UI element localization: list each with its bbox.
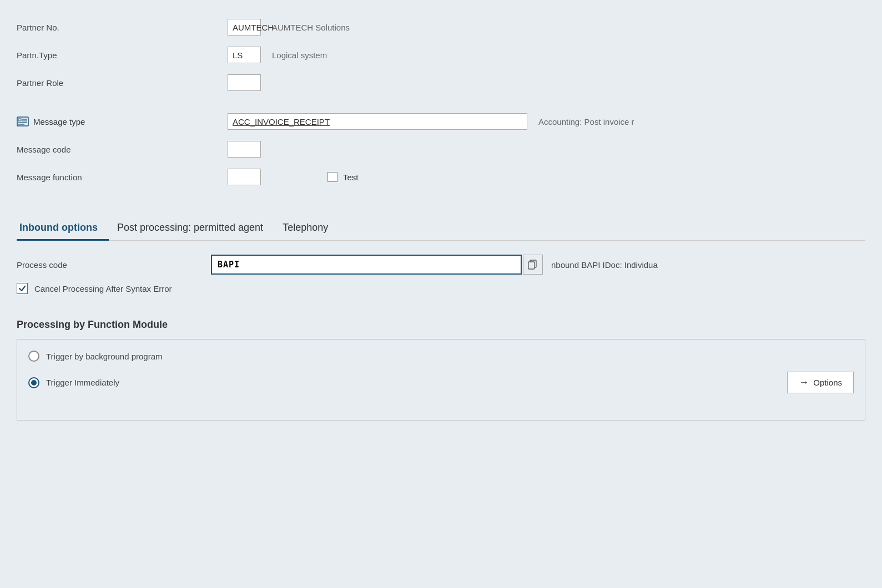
message-type-desc: Accounting: Post invoice r	[538, 117, 634, 126]
test-label: Test	[343, 173, 359, 182]
process-code-row: Process code nbound BAPI IDoc: Individua	[17, 255, 865, 275]
copy-icon-button[interactable]	[523, 255, 543, 275]
message-function-label: Message function	[17, 173, 228, 182]
tabs-section: Inbound options Post processing: permitt…	[0, 216, 882, 432]
message-type-row: Message type ACC_INVOICE_RECEIPT Account…	[17, 111, 865, 132]
function-module-section: Processing by Function Module Trigger by…	[17, 319, 865, 420]
message-function-row: Message function Test	[17, 166, 865, 187]
partner-role-row: Partner Role	[17, 72, 865, 93]
tab-telephony[interactable]: Telephony	[280, 216, 339, 240]
message-type-value[interactable]: ACC_INVOICE_RECEIPT	[228, 113, 527, 130]
form-section: Partner No. AUMTECH AUMTECH Solutions Pa…	[0, 11, 882, 205]
function-module-heading: Processing by Function Module	[17, 319, 865, 331]
message-type-label-wrapper: Message type	[17, 115, 228, 128]
message-type-icon	[17, 115, 29, 128]
partner-no-value[interactable]: AUMTECH	[228, 19, 261, 36]
process-code-label: Process code	[17, 260, 211, 270]
partner-role-value[interactable]	[228, 74, 261, 91]
process-code-desc: nbound BAPI IDoc: Individua	[551, 260, 658, 270]
radio-trigger-immediately-label: Trigger Immediately	[46, 378, 119, 387]
message-type-label-text: Message type	[33, 117, 85, 126]
copy-icon	[528, 260, 538, 270]
tab-inbound-options[interactable]: Inbound options	[17, 216, 109, 240]
options-button[interactable]: → Options	[787, 372, 854, 393]
svg-rect-1	[18, 119, 21, 121]
function-module-box: Trigger by background program Trigger Im…	[17, 339, 865, 420]
test-checkbox[interactable]	[327, 172, 337, 182]
partn-type-label: Partn.Type	[17, 50, 228, 60]
radio-trigger-immediately[interactable]	[28, 377, 39, 388]
radio-trigger-background-label: Trigger by background program	[46, 352, 163, 361]
partn-type-desc: Logical system	[272, 50, 327, 60]
cancel-processing-row: Cancel Processing After Syntax Error	[17, 283, 865, 294]
cancel-processing-checkbox[interactable]	[17, 283, 28, 294]
partn-type-value[interactable]: LS	[228, 47, 261, 63]
svg-rect-0	[17, 117, 28, 126]
svg-rect-7	[528, 262, 535, 269]
partner-role-label: Partner Role	[17, 78, 228, 88]
partner-no-desc: AUMTECH Solutions	[272, 23, 350, 32]
tabs-bar: Inbound options Post processing: permitt…	[17, 216, 865, 241]
tab-post-processing[interactable]: Post processing: permitted agent	[114, 216, 274, 240]
partn-type-row: Partn.Type LS Logical system	[17, 44, 865, 65]
tab-content-inbound: Process code nbound BAPI IDoc: Individua	[17, 241, 865, 432]
checkmark-icon	[18, 285, 26, 292]
message-type-value-text: ACC_INVOICE_RECEIPT	[233, 117, 330, 126]
partner-no-label: Partner No.	[17, 23, 228, 32]
radio-trigger-immediately-row: Trigger Immediately → Options	[28, 372, 854, 393]
message-function-value[interactable]	[228, 169, 261, 185]
process-code-input[interactable]	[211, 255, 522, 275]
radio-trigger-background[interactable]	[28, 351, 39, 362]
process-code-input-wrapper	[211, 255, 543, 275]
radio-dot	[31, 380, 37, 386]
radio-trigger-background-row: Trigger by background program	[28, 351, 854, 362]
message-code-value[interactable]	[228, 141, 261, 158]
partner-no-row: Partner No. AUMTECH AUMTECH Solutions	[17, 17, 865, 38]
cancel-processing-label: Cancel Processing After Syntax Error	[34, 284, 172, 293]
page-container: Partner No. AUMTECH AUMTECH Solutions Pa…	[0, 0, 882, 432]
message-code-label: Message code	[17, 145, 228, 154]
message-code-row: Message code	[17, 139, 865, 160]
arrow-right-icon: →	[799, 377, 809, 388]
